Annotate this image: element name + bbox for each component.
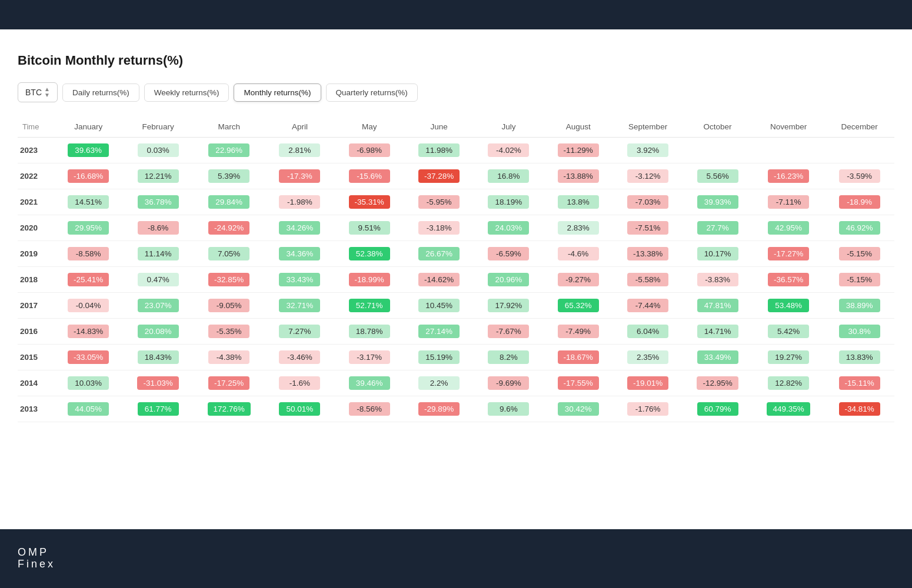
value-cell: -4.02% xyxy=(474,138,543,163)
value-cell: 20.96% xyxy=(474,267,543,293)
table-row: 201344.05%61.77%172.76%50.01%-8.56%-29.8… xyxy=(18,396,894,422)
value-cell: 2.81% xyxy=(265,138,334,163)
value-cell: 53.48% xyxy=(753,293,825,319)
value-cell: 30.8% xyxy=(824,319,894,345)
logo: OMP Finex xyxy=(18,547,55,570)
table-row: 2015-33.05%18.43%-4.38%-3.46%-3.17%15.19… xyxy=(18,345,894,370)
value-cell: -5.95% xyxy=(404,189,474,215)
value-cell: 2.83% xyxy=(543,215,613,241)
main-content: Bitcoin Monthly returns(%) BTC ▲▼ Daily … xyxy=(0,29,912,529)
value-cell: 449.35% xyxy=(753,396,825,422)
table-row: 2016-14.83%20.08%-5.35%7.27%18.78%27.14%… xyxy=(18,319,894,345)
value-cell: -18.9% xyxy=(824,189,894,215)
value-cell: 17.92% xyxy=(474,293,543,319)
value-cell: -5.15% xyxy=(824,241,894,267)
value-cell: 20.08% xyxy=(123,319,192,345)
col-header-jul: July xyxy=(474,116,543,138)
year-cell: 2021 xyxy=(18,189,54,215)
table-row: 2022-16.68%12.21%5.39%-17.3%-15.6%-37.28… xyxy=(18,163,894,189)
value-cell xyxy=(753,138,825,163)
value-cell: 26.67% xyxy=(404,241,474,267)
value-cell: 23.07% xyxy=(123,293,192,319)
selector-arrows-icon: ▲▼ xyxy=(44,86,50,98)
value-cell: -12.95% xyxy=(683,370,752,396)
col-header-dec: December xyxy=(824,116,894,138)
value-cell: 52.38% xyxy=(334,241,404,267)
col-header-jun: June xyxy=(404,116,474,138)
value-cell: -5.58% xyxy=(613,267,683,293)
table-row: 2017-0.04%23.07%-9.05%32.71%52.71%10.45%… xyxy=(18,293,894,319)
value-cell: -3.46% xyxy=(265,345,334,370)
value-cell: 22.96% xyxy=(193,138,265,163)
value-cell: -7.11% xyxy=(753,189,825,215)
value-cell xyxy=(683,138,752,163)
value-cell: 50.01% xyxy=(265,396,334,422)
value-cell: -14.62% xyxy=(404,267,474,293)
value-cell: 52.71% xyxy=(334,293,404,319)
value-cell: -25.41% xyxy=(54,267,123,293)
value-cell: -9.05% xyxy=(193,293,265,319)
value-cell: 65.32% xyxy=(543,293,613,319)
returns-table: Time January February March April May Ju… xyxy=(18,116,894,422)
table-row: 2018-25.41%0.47%-32.85%33.43%-18.99%-14.… xyxy=(18,267,894,293)
controls-row: BTC ▲▼ Daily returns(%) Weekly returns(%… xyxy=(18,82,894,102)
value-cell: -0.04% xyxy=(54,293,123,319)
col-header-feb: February xyxy=(123,116,192,138)
value-cell: 9.51% xyxy=(334,215,404,241)
table-header-row: Time January February March April May Ju… xyxy=(18,116,894,138)
tab-weekly-returns[interactable]: Weekly returns(%) xyxy=(144,83,229,102)
value-cell: -33.05% xyxy=(54,345,123,370)
logo-line1: OMP xyxy=(18,547,55,559)
value-cell: 24.03% xyxy=(474,215,543,241)
value-cell: 13.8% xyxy=(543,189,613,215)
value-cell: 29.84% xyxy=(193,189,265,215)
value-cell: -35.31% xyxy=(334,189,404,215)
value-cell: 10.17% xyxy=(683,241,752,267)
tab-daily-returns[interactable]: Daily returns(%) xyxy=(62,83,139,102)
value-cell: 13.83% xyxy=(824,345,894,370)
year-cell: 2014 xyxy=(18,370,54,396)
value-cell: 16.8% xyxy=(474,163,543,189)
year-cell: 2023 xyxy=(18,138,54,163)
value-cell: -18.99% xyxy=(334,267,404,293)
tab-monthly-returns[interactable]: Monthly returns(%) xyxy=(234,83,321,102)
value-cell: 18.78% xyxy=(334,319,404,345)
page-title: Bitcoin Monthly returns(%) xyxy=(18,53,894,68)
value-cell: -18.67% xyxy=(543,345,613,370)
value-cell: 12.21% xyxy=(123,163,192,189)
asset-selector[interactable]: BTC ▲▼ xyxy=(18,82,58,102)
year-cell: 2016 xyxy=(18,319,54,345)
value-cell: 12.82% xyxy=(753,370,825,396)
value-cell: -3.12% xyxy=(613,163,683,189)
value-cell: 39.63% xyxy=(54,138,123,163)
value-cell: -9.69% xyxy=(474,370,543,396)
value-cell: 60.79% xyxy=(683,396,752,422)
value-cell: -3.18% xyxy=(404,215,474,241)
value-cell: 44.05% xyxy=(54,396,123,422)
value-cell: -34.81% xyxy=(824,396,894,422)
value-cell: -36.57% xyxy=(753,267,825,293)
value-cell: -32.85% xyxy=(193,267,265,293)
table-row: 2019-8.58%11.14%7.05%34.36%52.38%26.67%-… xyxy=(18,241,894,267)
value-cell: 15.19% xyxy=(404,345,474,370)
value-cell: -6.98% xyxy=(334,138,404,163)
value-cell: 11.14% xyxy=(123,241,192,267)
value-cell: 6.04% xyxy=(613,319,683,345)
value-cell: 11.98% xyxy=(404,138,474,163)
year-cell: 2020 xyxy=(18,215,54,241)
value-cell: -8.58% xyxy=(54,241,123,267)
year-cell: 2017 xyxy=(18,293,54,319)
tab-quarterly-returns[interactable]: Quarterly returns(%) xyxy=(326,83,418,102)
logo-line2: Finex xyxy=(18,559,55,570)
value-cell: 3.92% xyxy=(613,138,683,163)
top-navigation-bar xyxy=(0,0,912,29)
value-cell: -15.6% xyxy=(334,163,404,189)
value-cell: 0.03% xyxy=(123,138,192,163)
table-row: 202029.95%-8.6%-24.92%34.26%9.51%-3.18%2… xyxy=(18,215,894,241)
value-cell: -6.59% xyxy=(474,241,543,267)
value-cell: 7.05% xyxy=(193,241,265,267)
col-header-jan: January xyxy=(54,116,123,138)
col-header-aug: August xyxy=(543,116,613,138)
value-cell: 33.49% xyxy=(683,345,752,370)
value-cell: 5.56% xyxy=(683,163,752,189)
